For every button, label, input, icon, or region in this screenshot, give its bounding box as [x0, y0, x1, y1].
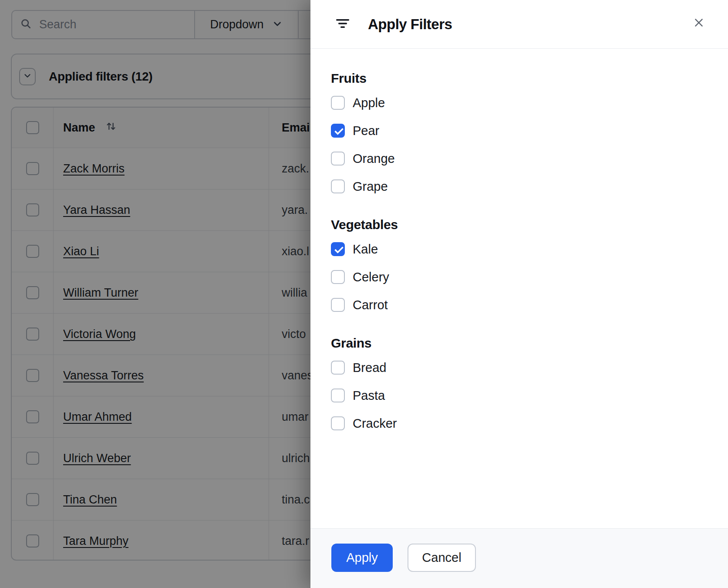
checkbox[interactable]: [331, 179, 345, 193]
section-heading: Fruits: [331, 71, 728, 86]
checkbox[interactable]: [331, 270, 345, 284]
filter-section-grains: Grains Bread Pasta Cracker: [331, 335, 728, 437]
option-label: Kale: [353, 242, 378, 257]
option-label: Cracker: [353, 416, 397, 431]
section-heading: Vegetables: [331, 217, 728, 233]
option-label: Grape: [353, 179, 388, 194]
close-icon[interactable]: [690, 14, 708, 32]
filter-option[interactable]: Kale: [331, 235, 728, 263]
option-label: Pear: [353, 124, 379, 138]
filter-option[interactable]: Orange: [331, 145, 728, 172]
filter-section-vegetables: Vegetables Kale Celery Carrot: [331, 217, 728, 319]
panel-content: Fruits Apple Pear Orange Grape Vegetable…: [310, 49, 728, 437]
filter-option[interactable]: Grape: [331, 172, 728, 200]
filter-option[interactable]: Bread: [331, 354, 728, 382]
option-label: Bread: [353, 361, 386, 375]
panel-header: Apply Filters: [310, 0, 728, 49]
checkbox[interactable]: [331, 124, 345, 138]
checkbox[interactable]: [331, 298, 345, 312]
checkbox[interactable]: [331, 96, 345, 110]
filter-option[interactable]: Celery: [331, 263, 728, 291]
option-label: Orange: [353, 152, 395, 166]
apply-button[interactable]: Apply: [331, 544, 393, 572]
option-label: Carrot: [353, 298, 388, 312]
filter-section-fruits: Fruits Apple Pear Orange Grape: [331, 71, 728, 200]
filter-option[interactable]: Cracker: [331, 409, 728, 437]
section-heading: Grains: [331, 335, 728, 351]
apply-filters-panel: Apply Filters Fruits Apple Pear Orange: [310, 0, 728, 588]
option-label: Apple: [353, 96, 385, 110]
filter-option[interactable]: Carrot: [331, 291, 728, 319]
filter-option[interactable]: Apple: [331, 89, 728, 117]
cancel-button[interactable]: Cancel: [408, 544, 476, 572]
option-label: Pasta: [353, 389, 385, 403]
panel-footer: Apply Cancel: [310, 528, 728, 588]
filter-option[interactable]: Pear: [331, 117, 728, 145]
checkbox[interactable]: [331, 152, 345, 166]
checkbox[interactable]: [331, 361, 345, 375]
filter-lines-icon: [334, 15, 351, 34]
checkbox[interactable]: [331, 389, 345, 402]
option-label: Celery: [353, 270, 389, 284]
filter-option[interactable]: Pasta: [331, 382, 728, 409]
checkbox[interactable]: [331, 416, 345, 430]
panel-title: Apply Filters: [368, 16, 452, 33]
checkbox[interactable]: [331, 242, 345, 256]
